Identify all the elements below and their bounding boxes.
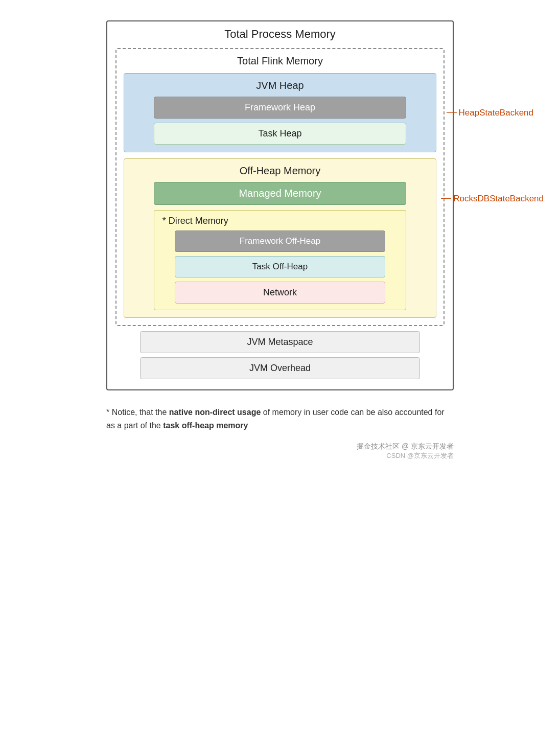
footer-prefix: * Notice, that the	[106, 408, 169, 417]
total-process-box: Total Process Memory Total Flink Memory …	[106, 20, 454, 390]
framework-heap-label: Framework Heap	[245, 102, 315, 112]
jvm-metaspace-label: JVM Metaspace	[247, 337, 313, 347]
watermark-line1: 掘金技术社区 @ 京东云开发者	[106, 442, 454, 451]
total-flink-label: Total Flink Memory	[237, 55, 323, 67]
network-box: Network	[175, 282, 385, 304]
rocksdb-state-backend-annotation: RocksDBStateBackend	[441, 194, 544, 204]
jvm-heap-label: JVM Heap	[256, 80, 304, 91]
off-heap-box: Off-Heap Memory Managed Memory * Direct …	[124, 158, 436, 318]
total-process-label: Total Process Memory	[224, 28, 336, 41]
off-heap-label: Off-Heap Memory	[240, 165, 321, 177]
managed-memory-label: Managed Memory	[239, 188, 321, 199]
managed-memory-box: Managed Memory	[154, 182, 407, 205]
heap-state-backend-annotation: HeapStateBackend	[447, 108, 534, 118]
footer-bold2: task off-heap memory	[163, 421, 248, 430]
task-offheap-box: Task Off-Heap	[175, 256, 385, 278]
jvm-overhead-box: JVM Overhead	[140, 357, 419, 379]
footer-note: * Notice, that the native non-direct usa…	[106, 406, 454, 432]
footer-bold1: native non-direct usage	[169, 408, 261, 417]
framework-offheap-label: Framework Off-Heap	[240, 236, 320, 246]
framework-heap-box: Framework Heap	[154, 97, 407, 119]
framework-offheap-box: Framework Off-Heap	[175, 230, 385, 252]
jvm-metaspace-box: JVM Metaspace	[140, 331, 419, 353]
total-flink-box: Total Flink Memory JVM Heap Framework He…	[115, 48, 445, 326]
watermark: 掘金技术社区 @ 京东云开发者 CSDN @京东云开发者	[106, 442, 454, 460]
task-heap-label: Task Heap	[258, 128, 301, 138]
watermark-line2: CSDN @京东云开发者	[106, 451, 454, 460]
task-offheap-label: Task Off-Heap	[252, 262, 308, 271]
diagram-container: Total Process Memory Total Flink Memory …	[86, 20, 474, 460]
jvm-overhead-label: JVM Overhead	[249, 363, 311, 373]
task-heap-box: Task Heap	[154, 123, 407, 145]
network-label: Network	[263, 287, 297, 297]
jvm-heap-box: JVM Heap Framework Heap Task Heap	[124, 73, 436, 152]
direct-memory-label: * Direct Memory	[160, 216, 228, 226]
direct-memory-box: * Direct Memory Framework Off-Heap Task …	[154, 210, 407, 310]
